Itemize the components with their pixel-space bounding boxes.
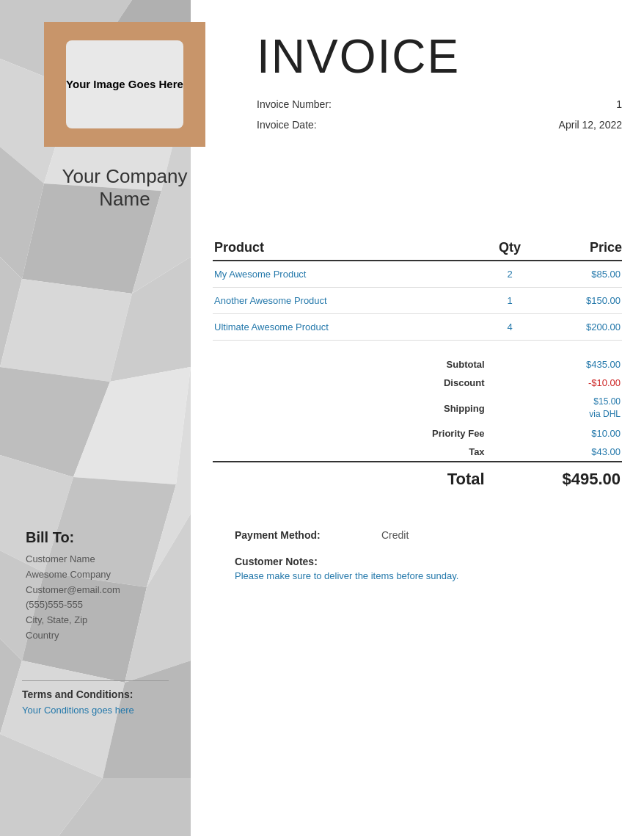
invoice-date-label: Invoice Date: <box>257 119 374 131</box>
logo-inner: Your Image Goes Here <box>66 40 183 128</box>
terms-section: Terms and Conditions: Your Conditions go… <box>0 666 644 730</box>
customer-name-label: Customer Name <box>26 552 213 567</box>
subtotal-value: $435.00 <box>500 355 622 374</box>
header-section: Your Image Goes Here Your Company Name I… <box>0 0 644 225</box>
row-qty: 1 <box>484 288 535 314</box>
subtotal-label: Subtotal <box>213 355 500 374</box>
items-table: Product Qty Price My Awesome Product 2 $… <box>213 240 622 341</box>
table-row: My Awesome Product 2 $85.00 <box>213 261 622 288</box>
shipping-row: Shipping $15.00 via DHL <box>213 392 622 424</box>
totals-table: Subtotal $435.00 Discount -$10.00 Shippi… <box>213 355 622 492</box>
tax-value: $43.00 <box>500 443 622 462</box>
logo-box: Your Image Goes Here <box>44 22 205 147</box>
customer-country: Country <box>26 628 213 644</box>
shipping-label: Shipping <box>213 392 500 424</box>
shipping-value: $15.00 via DHL <box>500 392 622 424</box>
invoice-number-label: Invoice Number: <box>257 98 374 110</box>
payment-value: Credit <box>381 529 409 541</box>
invoice-meta: Invoice Number: 1 Invoice Date: April 12… <box>257 98 622 131</box>
total-label: Total <box>213 462 500 492</box>
bill-to-left: Bill To: Customer Name Awesome Company C… <box>22 529 213 644</box>
tax-label: Tax <box>213 443 500 462</box>
notes-section: Customer Notes: Please make sure to deli… <box>235 556 622 581</box>
table-row: Ultimate Awesome Product 4 $200.00 <box>213 314 622 341</box>
company-name: Your Company Name <box>62 165 187 211</box>
totals-section: Subtotal $435.00 Discount -$10.00 Shippi… <box>0 348 644 500</box>
notes-title: Customer Notes: <box>235 556 622 567</box>
table-header-row: Product Qty Price <box>213 240 622 261</box>
terms-title: Terms and Conditions: <box>22 688 622 700</box>
row-price: $85.00 <box>535 261 622 288</box>
invoice-title: INVOICE <box>257 29 622 84</box>
bill-section: Bill To: Customer Name Awesome Company C… <box>0 507 644 658</box>
row-product: Ultimate Awesome Product <box>213 314 484 341</box>
priority-value: $10.00 <box>500 424 622 443</box>
payment-label: Payment Method: <box>235 529 352 541</box>
logo-placeholder-text: Your Image Goes Here <box>66 77 183 92</box>
payment-row: Payment Method: Credit <box>235 529 622 541</box>
customer-address: City, State, Zip <box>26 613 213 628</box>
invoice-number-row: Invoice Number: 1 <box>257 98 622 110</box>
priority-label: Priority Fee <box>213 424 500 443</box>
discount-label: Discount <box>213 374 500 392</box>
col-header-price: Price <box>535 240 622 261</box>
table-row: Another Awesome Product 1 $150.00 <box>213 288 622 314</box>
discount-row: Discount -$10.00 <box>213 374 622 392</box>
terms-divider <box>22 680 169 681</box>
left-header: Your Image Goes Here Your Company Name <box>22 22 227 211</box>
tax-row: Tax $43.00 <box>213 443 622 462</box>
invoice-date-value: April 12, 2022 <box>559 119 622 131</box>
customer-email: Customer@email.com <box>26 583 213 598</box>
subtotal-row: Subtotal $435.00 <box>213 355 622 374</box>
notes-text: Please make sure to deliver the items be… <box>235 570 622 581</box>
customer-phone: (555)555-555 <box>26 597 213 613</box>
row-price: $200.00 <box>535 314 622 341</box>
right-header: INVOICE Invoice Number: 1 Invoice Date: … <box>227 22 622 131</box>
row-qty: 2 <box>484 261 535 288</box>
priority-row: Priority Fee $10.00 <box>213 424 622 443</box>
bill-to-right: Payment Method: Credit Customer Notes: P… <box>213 529 622 644</box>
total-value: $495.00 <box>500 462 622 492</box>
customer-company: Awesome Company <box>26 567 213 583</box>
discount-value: -$10.00 <box>500 374 622 392</box>
items-section: Product Qty Price My Awesome Product 2 $… <box>0 225 644 348</box>
row-price: $150.00 <box>535 288 622 314</box>
row-product: My Awesome Product <box>213 261 484 288</box>
col-header-product: Product <box>213 240 484 261</box>
row-qty: 4 <box>484 314 535 341</box>
total-row: Total $495.00 <box>213 462 622 492</box>
bill-to-title: Bill To: <box>26 529 213 546</box>
bill-info: Customer Name Awesome Company Customer@e… <box>26 552 213 644</box>
col-header-qty: Qty <box>484 240 535 261</box>
invoice-date-row: Invoice Date: April 12, 2022 <box>257 119 622 131</box>
terms-text: Your Conditions goes here <box>22 705 622 716</box>
row-product: Another Awesome Product <box>213 288 484 314</box>
invoice-number-value: 1 <box>616 98 622 110</box>
